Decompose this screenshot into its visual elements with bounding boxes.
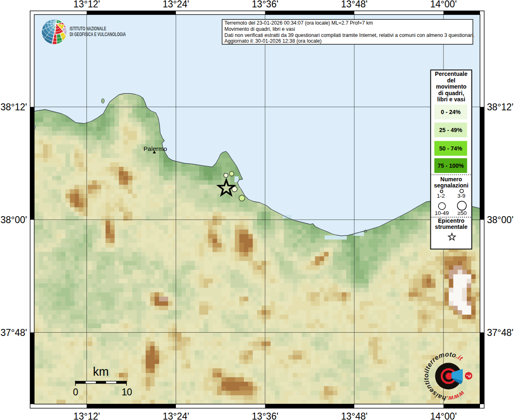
svg-text:25 - 49%: 25 - 49% [439,127,463,133]
svg-text:Palermo: Palermo [143,145,167,152]
svg-text:10-49: 10-49 [435,210,449,216]
svg-text:segnalazioni: segnalazioni [434,182,469,189]
svg-text:DI GEOFISICA E VULCANOLOGIA: DI GEOFISICA E VULCANOLOGIA [70,31,126,37]
svg-text:38°00': 38°00' [0,215,27,225]
svg-text:Terremoto del 23-01-2026 00:34: Terremoto del 23-01-2026 00:34:07 (ora l… [225,20,373,26]
svg-text:libri e vasi: libri e vasi [437,96,465,103]
svg-text:50 - 74%: 50 - 74% [439,145,463,152]
svg-text:di quadri,: di quadri, [438,90,464,96]
svg-text:10: 10 [122,387,132,397]
svg-text:13°48': 13°48' [341,411,368,420]
svg-text:13°24': 13°24' [163,0,189,9]
svg-text:strumentale: strumentale [435,224,468,230]
svg-text:13°24': 13°24' [163,411,189,420]
svg-text:3-9: 3-9 [457,193,466,199]
svg-text:38°00': 38°00' [487,215,514,225]
svg-text:≥50: ≥50 [457,210,466,216]
svg-text:37°48': 37°48' [0,327,27,338]
svg-text:1-2: 1-2 [437,193,445,199]
svg-text:Epicentro: Epicentro [438,217,465,224]
svg-text:Dati non verificati estratti d: Dati non verificati estratti da 39 quest… [225,32,475,38]
svg-text:Movimento di quadri, libri e v: Movimento di quadri, libri e vasi [225,26,295,32]
svg-text:13°36': 13°36' [252,411,278,420]
svg-text:38°12': 38°12' [0,102,27,112]
svg-text:13°36': 13°36' [252,0,278,9]
svg-text:Percentuale: Percentuale [435,71,468,77]
svg-text:ISTITUTO NAZIONALE: ISTITUTO NAZIONALE [70,25,106,32]
svg-text:75 - 100%: 75 - 100% [438,162,464,169]
svg-text:13°12': 13°12' [73,411,100,420]
svg-text:0 - 24%: 0 - 24% [441,109,461,115]
svg-text:13°48': 13°48' [341,0,368,9]
svg-text:37°48': 37°48' [487,327,514,338]
svg-text:Numero: Numero [440,176,462,183]
svg-text:Aggiornato il: 30-01-2026 12:3: Aggiornato il: 30-01-2026 12:38 (ora loc… [225,38,322,44]
svg-text:movimento: movimento [436,83,466,90]
svg-text:14°00': 14°00' [430,411,457,420]
svg-text:14°00': 14°00' [430,0,457,9]
svg-text:0: 0 [73,387,78,397]
svg-text:38°12': 38°12' [487,102,514,112]
svg-text:km: km [93,365,109,378]
svg-text:del: del [447,77,455,84]
svg-text:13°12': 13°12' [73,0,100,9]
